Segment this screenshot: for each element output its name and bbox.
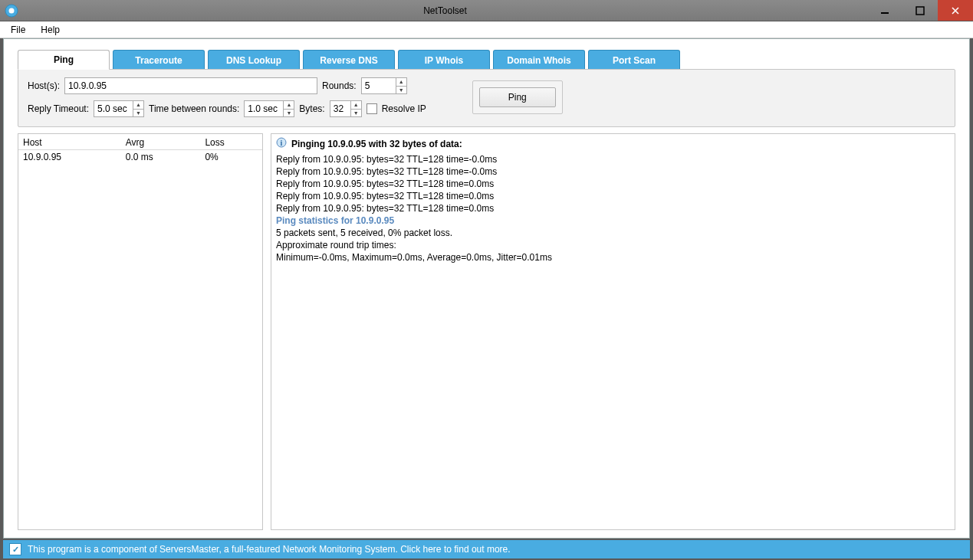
params-panel: Host(s): Rounds: ▲▼ Reply Timeout: ▲▼ Ti…: [18, 69, 955, 127]
maximize-button[interactable]: [902, 0, 938, 21]
client-area: Ping Traceroute DNS Lookup Reverse DNS I…: [3, 38, 970, 539]
summary-cell-host: 10.9.0.95: [18, 150, 121, 165]
between-spinner[interactable]: ▲▼: [244, 100, 294, 117]
tab-dns-lookup[interactable]: DNS Lookup: [208, 50, 300, 70]
reply-timeout-value[interactable]: [94, 101, 133, 116]
app-icon: [5, 4, 18, 18]
reply-timeout-down-icon[interactable]: ▼: [133, 110, 143, 117]
tab-strip: Ping Traceroute DNS Lookup Reverse DNS I…: [18, 50, 955, 70]
svg-text:i: i: [281, 139, 283, 147]
statusbar[interactable]: ✓ This program is a component of Servers…: [3, 540, 970, 558]
results-area: Host Avrg Loss 10.9.0.95 0.0 ms 0% i: [18, 133, 955, 530]
menu-help[interactable]: Help: [35, 23, 66, 37]
svg-rect-3: [916, 7, 924, 15]
tab-ping[interactable]: Ping: [18, 50, 110, 70]
hosts-label: Host(s):: [28, 80, 60, 91]
summary-cell-avrg: 0.0 ms: [121, 150, 201, 165]
output-line: Reply from 10.9.0.95: bytes=32 TTL=128 t…: [276, 190, 950, 202]
summary-row[interactable]: 10.9.0.95 0.0 ms 0%: [18, 150, 262, 165]
bytes-up-icon[interactable]: ▲: [351, 101, 361, 110]
tab-ip-whois[interactable]: IP Whois: [398, 50, 490, 70]
rounds-down-icon[interactable]: ▼: [396, 87, 406, 94]
summary-col-host[interactable]: Host: [18, 136, 121, 150]
rounds-up-icon[interactable]: ▲: [396, 78, 406, 87]
summary-table: Host Avrg Loss 10.9.0.95 0.0 ms 0%: [18, 136, 262, 164]
reply-timeout-spinner[interactable]: ▲▼: [94, 100, 144, 117]
output-stats-line: Approximate round trip times:: [276, 239, 950, 251]
bytes-value[interactable]: [330, 101, 350, 116]
titlebar: NetToolset: [0, 0, 973, 21]
close-button[interactable]: [938, 0, 973, 21]
resolve-ip-checkbox[interactable]: [367, 103, 377, 114]
hosts-input[interactable]: [64, 77, 317, 94]
ping-button-wrap: Ping: [472, 80, 563, 114]
output-header: Pinging 10.9.0.95 with 32 bytes of data:: [291, 139, 462, 149]
summary-col-loss[interactable]: Loss: [200, 136, 262, 150]
ping-button[interactable]: Ping: [479, 87, 556, 107]
output-line: Reply from 10.9.0.95: bytes=32 TTL=128 t…: [276, 153, 950, 165]
output-stats-line: 5 packets sent, 5 received, 0% packet lo…: [276, 227, 950, 239]
window-controls: [867, 0, 973, 21]
between-label: Time between rounds:: [149, 103, 239, 114]
output-stats-line: Minimum=-0.0ms, Maximum=0.0ms, Average=0…: [276, 251, 950, 264]
statusbar-check-icon: ✓: [9, 543, 21, 555]
reply-timeout-up-icon[interactable]: ▲: [133, 101, 143, 110]
tab-port-scan[interactable]: Port Scan: [588, 50, 680, 70]
between-up-icon[interactable]: ▲: [284, 101, 294, 110]
tab-domain-whois[interactable]: Domain Whois: [493, 50, 585, 70]
output-header-row: i Pinging 10.9.0.95 with 32 bytes of dat…: [276, 137, 950, 150]
tab-traceroute[interactable]: Traceroute: [113, 50, 205, 70]
between-down-icon[interactable]: ▼: [284, 110, 294, 117]
statusbar-text: This program is a component of ServersMa…: [28, 544, 511, 555]
minimize-button[interactable]: [867, 0, 902, 21]
tab-reverse-dns[interactable]: Reverse DNS: [303, 50, 395, 70]
bytes-label: Bytes:: [299, 103, 324, 114]
menu-file[interactable]: File: [5, 23, 31, 37]
summary-col-avrg[interactable]: Avrg: [121, 136, 201, 150]
bytes-spinner[interactable]: ▲▼: [330, 100, 362, 117]
rounds-label: Rounds:: [322, 80, 357, 91]
window-title: NetToolset: [23, 5, 867, 16]
resolve-ip-label: Resolve IP: [382, 103, 426, 114]
output-line: Reply from 10.9.0.95: bytes=32 TTL=128 t…: [276, 165, 950, 178]
output-pane[interactable]: i Pinging 10.9.0.95 with 32 bytes of dat…: [271, 133, 955, 530]
output-line: Reply from 10.9.0.95: bytes=32 TTL=128 t…: [276, 202, 950, 215]
bytes-down-icon[interactable]: ▼: [351, 110, 361, 117]
info-icon: i: [276, 137, 287, 150]
rounds-value[interactable]: [362, 78, 396, 93]
summary-cell-loss: 0%: [200, 150, 262, 165]
reply-timeout-label: Reply Timeout:: [28, 103, 89, 114]
between-value[interactable]: [245, 101, 283, 116]
menubar: File Help: [0, 21, 973, 38]
svg-point-1: [9, 8, 15, 13]
rounds-spinner[interactable]: ▲▼: [361, 77, 407, 94]
output-stats-title: Ping statistics for 10.9.0.95: [276, 215, 950, 227]
output-line: Reply from 10.9.0.95: bytes=32 TTL=128 t…: [276, 178, 950, 190]
svg-rect-2: [881, 12, 889, 14]
summary-pane[interactable]: Host Avrg Loss 10.9.0.95 0.0 ms 0%: [18, 133, 263, 530]
